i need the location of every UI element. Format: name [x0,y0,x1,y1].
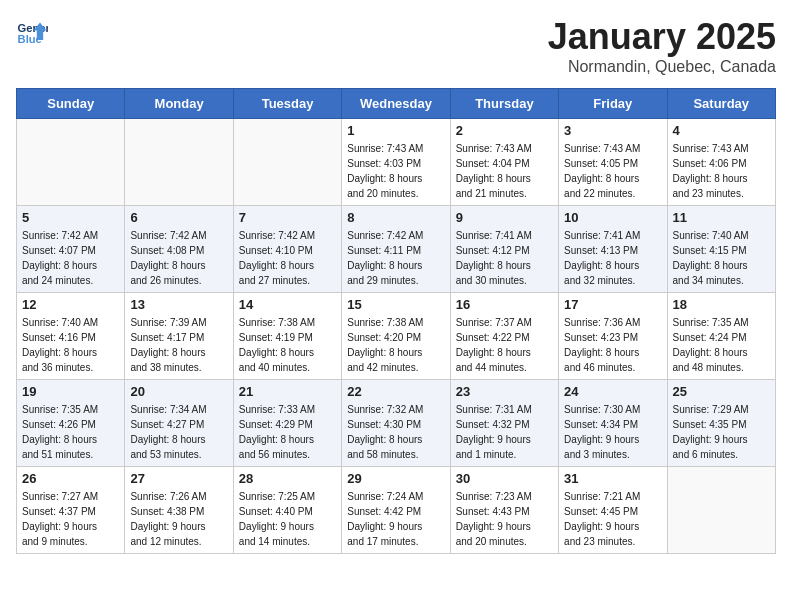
day-info: Sunrise: 7:38 AM Sunset: 4:20 PM Dayligh… [347,315,444,375]
day-info: Sunrise: 7:40 AM Sunset: 4:15 PM Dayligh… [673,228,770,288]
day-number: 15 [347,297,444,312]
day-cell [125,119,233,206]
day-cell: 30Sunrise: 7:23 AM Sunset: 4:43 PM Dayli… [450,467,558,554]
day-cell: 27Sunrise: 7:26 AM Sunset: 4:38 PM Dayli… [125,467,233,554]
day-cell: 14Sunrise: 7:38 AM Sunset: 4:19 PM Dayli… [233,293,341,380]
day-info: Sunrise: 7:43 AM Sunset: 4:03 PM Dayligh… [347,141,444,201]
logo: General Blue [16,16,48,48]
day-number: 12 [22,297,119,312]
logo-icon: General Blue [16,16,48,48]
day-cell: 19Sunrise: 7:35 AM Sunset: 4:26 PM Dayli… [17,380,125,467]
day-cell: 3Sunrise: 7:43 AM Sunset: 4:05 PM Daylig… [559,119,667,206]
day-info: Sunrise: 7:34 AM Sunset: 4:27 PM Dayligh… [130,402,227,462]
day-cell: 16Sunrise: 7:37 AM Sunset: 4:22 PM Dayli… [450,293,558,380]
day-info: Sunrise: 7:38 AM Sunset: 4:19 PM Dayligh… [239,315,336,375]
week-row-3: 12Sunrise: 7:40 AM Sunset: 4:16 PM Dayli… [17,293,776,380]
week-row-4: 19Sunrise: 7:35 AM Sunset: 4:26 PM Dayli… [17,380,776,467]
day-cell: 9Sunrise: 7:41 AM Sunset: 4:12 PM Daylig… [450,206,558,293]
day-header-tuesday: Tuesday [233,89,341,119]
day-number: 2 [456,123,553,138]
day-number: 28 [239,471,336,486]
day-cell: 22Sunrise: 7:32 AM Sunset: 4:30 PM Dayli… [342,380,450,467]
day-cell: 20Sunrise: 7:34 AM Sunset: 4:27 PM Dayli… [125,380,233,467]
calendar: SundayMondayTuesdayWednesdayThursdayFrid… [16,88,776,554]
day-cell: 6Sunrise: 7:42 AM Sunset: 4:08 PM Daylig… [125,206,233,293]
day-info: Sunrise: 7:29 AM Sunset: 4:35 PM Dayligh… [673,402,770,462]
location-title: Normandin, Quebec, Canada [548,58,776,76]
day-cell: 24Sunrise: 7:30 AM Sunset: 4:34 PM Dayli… [559,380,667,467]
day-header-wednesday: Wednesday [342,89,450,119]
day-cell: 29Sunrise: 7:24 AM Sunset: 4:42 PM Dayli… [342,467,450,554]
day-info: Sunrise: 7:21 AM Sunset: 4:45 PM Dayligh… [564,489,661,549]
day-info: Sunrise: 7:32 AM Sunset: 4:30 PM Dayligh… [347,402,444,462]
day-number: 9 [456,210,553,225]
day-info: Sunrise: 7:39 AM Sunset: 4:17 PM Dayligh… [130,315,227,375]
day-number: 7 [239,210,336,225]
day-info: Sunrise: 7:27 AM Sunset: 4:37 PM Dayligh… [22,489,119,549]
day-info: Sunrise: 7:31 AM Sunset: 4:32 PM Dayligh… [456,402,553,462]
day-number: 23 [456,384,553,399]
day-number: 5 [22,210,119,225]
day-header-monday: Monday [125,89,233,119]
day-info: Sunrise: 7:42 AM Sunset: 4:10 PM Dayligh… [239,228,336,288]
day-number: 18 [673,297,770,312]
week-row-2: 5Sunrise: 7:42 AM Sunset: 4:07 PM Daylig… [17,206,776,293]
day-info: Sunrise: 7:42 AM Sunset: 4:11 PM Dayligh… [347,228,444,288]
day-info: Sunrise: 7:25 AM Sunset: 4:40 PM Dayligh… [239,489,336,549]
day-cell: 12Sunrise: 7:40 AM Sunset: 4:16 PM Dayli… [17,293,125,380]
day-cell: 18Sunrise: 7:35 AM Sunset: 4:24 PM Dayli… [667,293,775,380]
day-number: 14 [239,297,336,312]
day-header-thursday: Thursday [450,89,558,119]
day-cell: 11Sunrise: 7:40 AM Sunset: 4:15 PM Dayli… [667,206,775,293]
day-info: Sunrise: 7:42 AM Sunset: 4:07 PM Dayligh… [22,228,119,288]
day-number: 11 [673,210,770,225]
day-number: 8 [347,210,444,225]
day-number: 25 [673,384,770,399]
day-number: 24 [564,384,661,399]
day-info: Sunrise: 7:24 AM Sunset: 4:42 PM Dayligh… [347,489,444,549]
day-number: 22 [347,384,444,399]
day-cell: 26Sunrise: 7:27 AM Sunset: 4:37 PM Dayli… [17,467,125,554]
day-cell: 15Sunrise: 7:38 AM Sunset: 4:20 PM Dayli… [342,293,450,380]
day-cell: 10Sunrise: 7:41 AM Sunset: 4:13 PM Dayli… [559,206,667,293]
day-number: 26 [22,471,119,486]
day-info: Sunrise: 7:42 AM Sunset: 4:08 PM Dayligh… [130,228,227,288]
day-cell: 7Sunrise: 7:42 AM Sunset: 4:10 PM Daylig… [233,206,341,293]
week-row-1: 1Sunrise: 7:43 AM Sunset: 4:03 PM Daylig… [17,119,776,206]
day-info: Sunrise: 7:41 AM Sunset: 4:13 PM Dayligh… [564,228,661,288]
day-number: 16 [456,297,553,312]
day-info: Sunrise: 7:23 AM Sunset: 4:43 PM Dayligh… [456,489,553,549]
day-info: Sunrise: 7:37 AM Sunset: 4:22 PM Dayligh… [456,315,553,375]
day-info: Sunrise: 7:43 AM Sunset: 4:05 PM Dayligh… [564,141,661,201]
day-number: 17 [564,297,661,312]
month-title: January 2025 [548,16,776,58]
day-number: 29 [347,471,444,486]
day-cell: 13Sunrise: 7:39 AM Sunset: 4:17 PM Dayli… [125,293,233,380]
day-number: 19 [22,384,119,399]
day-cell: 2Sunrise: 7:43 AM Sunset: 4:04 PM Daylig… [450,119,558,206]
day-cell: 1Sunrise: 7:43 AM Sunset: 4:03 PM Daylig… [342,119,450,206]
day-number: 3 [564,123,661,138]
day-cell [17,119,125,206]
day-number: 21 [239,384,336,399]
day-cell: 8Sunrise: 7:42 AM Sunset: 4:11 PM Daylig… [342,206,450,293]
day-info: Sunrise: 7:26 AM Sunset: 4:38 PM Dayligh… [130,489,227,549]
day-info: Sunrise: 7:43 AM Sunset: 4:04 PM Dayligh… [456,141,553,201]
day-info: Sunrise: 7:41 AM Sunset: 4:12 PM Dayligh… [456,228,553,288]
day-info: Sunrise: 7:40 AM Sunset: 4:16 PM Dayligh… [22,315,119,375]
day-number: 27 [130,471,227,486]
header: General Blue January 2025 Normandin, Que… [16,16,776,76]
day-cell: 17Sunrise: 7:36 AM Sunset: 4:23 PM Dayli… [559,293,667,380]
day-cell: 23Sunrise: 7:31 AM Sunset: 4:32 PM Dayli… [450,380,558,467]
day-cell: 28Sunrise: 7:25 AM Sunset: 4:40 PM Dayli… [233,467,341,554]
day-header-sunday: Sunday [17,89,125,119]
day-info: Sunrise: 7:35 AM Sunset: 4:24 PM Dayligh… [673,315,770,375]
day-number: 13 [130,297,227,312]
day-info: Sunrise: 7:35 AM Sunset: 4:26 PM Dayligh… [22,402,119,462]
day-info: Sunrise: 7:36 AM Sunset: 4:23 PM Dayligh… [564,315,661,375]
title-area: January 2025 Normandin, Quebec, Canada [548,16,776,76]
day-header-friday: Friday [559,89,667,119]
day-cell: 21Sunrise: 7:33 AM Sunset: 4:29 PM Dayli… [233,380,341,467]
day-header-saturday: Saturday [667,89,775,119]
day-headers-row: SundayMondayTuesdayWednesdayThursdayFrid… [17,89,776,119]
